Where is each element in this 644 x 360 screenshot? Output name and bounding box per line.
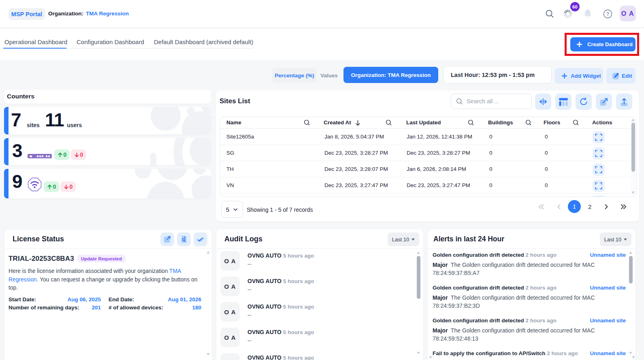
svg-text:?: ? xyxy=(606,11,610,17)
